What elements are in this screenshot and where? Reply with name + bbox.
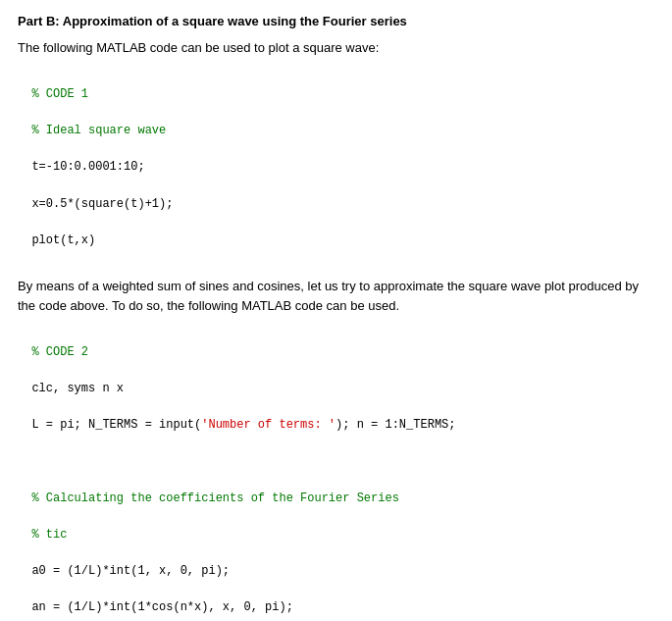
code2-line8: an = (1/L)*int(1*cos(n*x), x, 0, pi); (31, 600, 292, 614)
code2-line1: % CODE 2 (31, 345, 88, 359)
code2-line2: clc, syms n x (31, 382, 124, 395)
intro-text: The following MATLAB code can be used to… (18, 38, 654, 58)
code2-line3: L = pi; N_TERMS = input('Number of terms… (31, 418, 455, 432)
code2-line7: a0 = (1/L)*int(1, x, 0, pi); (31, 564, 230, 578)
middle-text: By means of a weighted sum of sines and … (18, 277, 654, 315)
code1-line5: plot(t,x) (31, 233, 95, 247)
code1-line3: t=-10:0.0001:10; (31, 160, 144, 174)
code1-line2: % Ideal square wave (31, 124, 166, 137)
code2-line6: % tic (31, 528, 67, 542)
code-block-2: % CODE 2 clc, syms n x L = pi; N_TERMS =… (18, 325, 654, 621)
code-block-1: % CODE 1 % Ideal square wave t=-10:0.000… (18, 68, 654, 250)
code2-line5: % Calculating the coefficients of the Fo… (31, 492, 398, 505)
section-title: Part B: Approximation of a square wave u… (18, 14, 654, 28)
code1-line4: x=0.5*(square(t)+1); (31, 197, 173, 211)
code1-line1: % CODE 1 (31, 87, 88, 101)
